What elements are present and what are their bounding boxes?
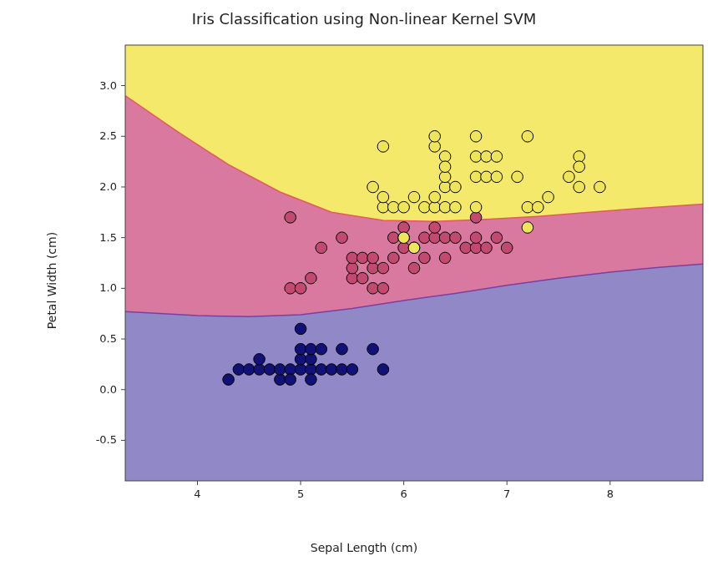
data-point xyxy=(450,181,462,193)
data-point xyxy=(460,242,472,254)
data-point xyxy=(398,222,410,234)
y-tick-label: 0.5 xyxy=(99,332,117,345)
data-point xyxy=(295,323,306,335)
data-point xyxy=(481,171,493,183)
data-point xyxy=(450,232,462,244)
data-point xyxy=(254,354,265,366)
data-point xyxy=(512,171,523,183)
data-point xyxy=(356,272,368,284)
data-point xyxy=(316,364,327,376)
x-tick-label: 6 xyxy=(401,488,407,500)
x-tick-label: 8 xyxy=(607,488,614,500)
data-point xyxy=(367,343,379,355)
data-point xyxy=(574,181,585,193)
data-point xyxy=(574,151,585,163)
data-point xyxy=(470,242,482,254)
data-point xyxy=(491,151,503,163)
data-point xyxy=(429,232,441,244)
data-point xyxy=(491,232,503,244)
data-point xyxy=(481,151,493,163)
data-point xyxy=(346,262,358,274)
y-tick-label: 1.0 xyxy=(99,281,117,294)
data-point xyxy=(388,232,400,244)
data-point xyxy=(429,222,441,234)
data-point xyxy=(470,212,482,224)
data-point xyxy=(522,201,533,213)
data-point xyxy=(336,364,348,376)
data-point xyxy=(439,171,451,183)
data-point xyxy=(439,181,451,193)
data-point xyxy=(419,232,431,244)
figure: Iris Classification using Non-linear Ker… xyxy=(0,0,728,561)
data-point xyxy=(419,201,431,213)
data-point xyxy=(346,272,358,284)
data-point xyxy=(522,222,533,234)
data-point xyxy=(470,131,482,143)
data-point xyxy=(367,283,379,295)
plot-svg: 45678-0.50.00.51.01.52.02.53.0 xyxy=(82,38,710,516)
data-point xyxy=(377,283,389,295)
data-point xyxy=(398,232,410,244)
data-point xyxy=(439,151,451,163)
data-point xyxy=(429,191,441,203)
x-axis-label: Sepal Length (cm) xyxy=(0,541,728,554)
data-point xyxy=(594,181,606,193)
data-point xyxy=(316,343,327,355)
data-point xyxy=(316,242,327,254)
data-point xyxy=(346,364,358,376)
data-point xyxy=(470,151,482,163)
data-point xyxy=(285,212,296,224)
data-point xyxy=(377,262,389,274)
data-point xyxy=(306,354,317,366)
y-tick-label: 2.5 xyxy=(99,129,117,142)
plot-area: 45678-0.50.00.51.01.52.02.53.0 xyxy=(82,38,710,516)
data-point xyxy=(470,201,482,213)
data-point xyxy=(388,252,400,264)
y-tick-label: 0.0 xyxy=(99,383,117,396)
data-point xyxy=(388,201,400,213)
data-point xyxy=(367,252,379,264)
data-point xyxy=(439,252,451,264)
data-point xyxy=(564,171,575,183)
data-point xyxy=(522,131,533,143)
data-point xyxy=(356,252,368,264)
data-point xyxy=(481,242,493,254)
data-point xyxy=(439,201,451,213)
y-tick-label: 3.0 xyxy=(99,79,117,92)
data-point xyxy=(543,191,554,203)
y-tick-label: 2.0 xyxy=(99,180,117,193)
data-point xyxy=(244,364,255,376)
y-axis-label: Petal Width (cm) xyxy=(45,232,58,329)
data-point xyxy=(501,242,513,254)
data-point xyxy=(470,232,482,244)
data-point xyxy=(377,364,389,376)
data-point xyxy=(533,201,544,213)
data-point xyxy=(223,374,235,386)
data-point xyxy=(398,242,410,254)
data-point xyxy=(295,354,306,366)
data-point xyxy=(429,131,441,143)
data-point xyxy=(398,201,410,213)
data-point xyxy=(470,171,482,183)
data-point xyxy=(285,374,296,386)
y-tick-label: 1.5 xyxy=(99,231,117,244)
data-point xyxy=(429,141,441,153)
data-point xyxy=(408,191,420,203)
data-point xyxy=(377,191,389,203)
x-tick-label: 4 xyxy=(194,488,200,500)
data-point xyxy=(377,201,389,213)
data-point xyxy=(306,343,317,355)
data-point xyxy=(306,364,317,376)
data-point xyxy=(336,232,348,244)
data-point xyxy=(285,364,296,376)
data-point xyxy=(295,364,306,376)
data-point xyxy=(439,161,451,173)
chart-title: Iris Classification using Non-linear Ker… xyxy=(0,10,728,28)
data-point xyxy=(367,262,379,274)
data-point xyxy=(336,343,348,355)
x-tick-label: 5 xyxy=(297,488,304,500)
data-point xyxy=(377,141,389,153)
data-point xyxy=(346,252,358,264)
data-point xyxy=(295,283,306,295)
data-point xyxy=(285,283,296,295)
